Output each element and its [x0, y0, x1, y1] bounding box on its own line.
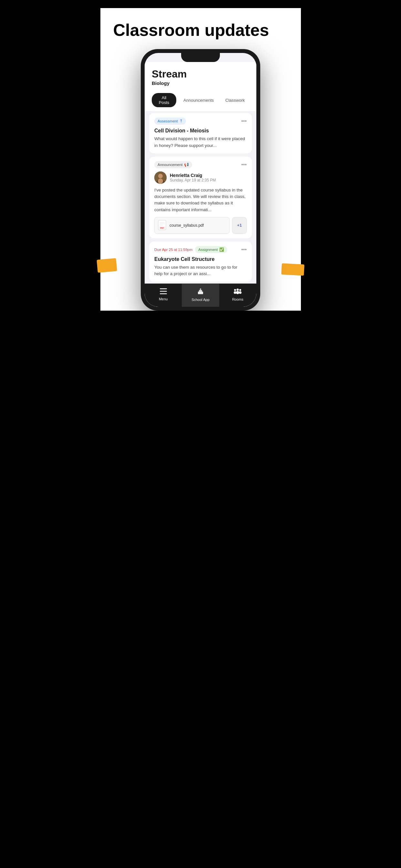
card-announcement[interactable]: Announcement 📢 •••: [149, 157, 252, 238]
card-assignment[interactable]: Due Apr 25 at 11:59pm Assignment ✅ ••• E…: [149, 242, 252, 282]
stream-subtitle: Biology: [152, 81, 249, 86]
badge-announcement: Announcement 📢: [154, 161, 192, 168]
svg-point-15: [234, 289, 236, 291]
page-title: Classroom updates: [113, 21, 288, 39]
announcement-icon: 📢: [184, 162, 189, 167]
badge-assignment: Assignment ✅: [195, 246, 227, 253]
stream-title: Stream: [152, 68, 249, 80]
nav-rooms-label: Rooms: [232, 298, 243, 301]
assessment-icon: ⤒: [180, 119, 183, 123]
nav-school-label: School App: [191, 298, 210, 302]
phone-container: Stream Biology All Posts Announcements C…: [100, 46, 301, 311]
svg-text:PDF: PDF: [160, 227, 164, 229]
attachment-name: course_syllabus.pdf: [169, 223, 204, 228]
assignment-title: Eukaryote Cell Structure: [154, 256, 247, 262]
avatar: [154, 172, 166, 184]
badge-assessment: Assessment ⤒: [154, 118, 186, 125]
svg-rect-11: [160, 293, 167, 294]
assignment-icon: ✅: [219, 247, 224, 252]
author-row: Henrietta Craig Sunday, Apr 19 at 2:35 P…: [154, 172, 247, 184]
rooms-icon-svg: [234, 288, 242, 294]
svg-point-1: [158, 174, 163, 178]
menu-icon: [160, 288, 167, 296]
screen-content: Stream Biology All Posts Announcements C…: [145, 62, 256, 307]
more-options-assignment[interactable]: •••: [241, 247, 247, 252]
nav-menu[interactable]: Menu: [145, 284, 182, 307]
svg-point-18: [236, 291, 239, 294]
svg-rect-9: [160, 288, 167, 289]
tab-all-posts[interactable]: All Posts: [152, 93, 176, 107]
attachment-plus[interactable]: +1: [232, 217, 247, 234]
attachment-row: PDF course_syllabus.pdf +1: [154, 217, 247, 234]
avatar-svg: [154, 172, 166, 184]
bottom-section: [100, 311, 301, 434]
assignment-body: You can use them as resources to go to f…: [154, 264, 247, 277]
more-options-assessment[interactable]: •••: [241, 118, 247, 124]
phone-screen: Stream Biology All Posts Announcements C…: [145, 53, 256, 307]
author-date: Sunday, Apr 19 at 2:35 PM: [170, 178, 216, 182]
card-assignment-top: Due Apr 25 at 11:59pm Assignment ✅ •••: [154, 246, 247, 253]
svg-point-16: [234, 291, 236, 294]
orange-decoration-left: [96, 258, 117, 273]
school-icon: [197, 288, 204, 297]
assessment-body: What would happen to this cell if it wer…: [154, 135, 247, 149]
tab-classwork[interactable]: Classwork: [221, 93, 249, 107]
svg-point-17: [237, 289, 239, 291]
rooms-icon: [234, 288, 242, 296]
phone-mockup: Stream Biology All Posts Announcements C…: [141, 49, 260, 311]
svg-rect-14: [200, 288, 201, 290]
nav-school-app[interactable]: School App: [182, 284, 219, 307]
pdf-icon-svg: PDF: [158, 220, 166, 230]
svg-point-20: [239, 291, 242, 294]
nav-rooms[interactable]: Rooms: [219, 284, 256, 307]
menu-icon-svg: [160, 288, 167, 294]
author-name: Henrietta Craig: [170, 173, 216, 178]
phone-notch: [181, 53, 220, 62]
nav-menu-label: Menu: [159, 297, 168, 301]
svg-point-19: [239, 289, 241, 291]
svg-rect-10: [160, 291, 167, 292]
attachment-file[interactable]: PDF course_syllabus.pdf: [154, 217, 229, 234]
stream-header: Stream Biology: [145, 62, 256, 89]
assessment-title: Cell Division - Meiosis: [154, 128, 247, 134]
more-options-announcement[interactable]: •••: [241, 162, 247, 167]
due-date-label: Due Apr 25 at 11:59pm: [154, 248, 192, 252]
top-bar: [100, 0, 301, 8]
header-section: Classroom updates: [100, 8, 301, 46]
card-assessment-top: Assessment ⤒ •••: [154, 118, 247, 125]
avatar-img: [154, 172, 166, 184]
orange-decoration-right: [281, 264, 305, 276]
tab-announcements[interactable]: Announcements: [179, 93, 218, 107]
author-info: Henrietta Craig Sunday, Apr 19 at 2:35 P…: [170, 173, 216, 182]
bottom-nav: Menu School App: [145, 283, 256, 307]
school-icon-svg: [197, 288, 204, 295]
announcement-body: I've posted the updated course syllabus …: [154, 187, 247, 213]
filter-tabs: All Posts Announcements Classwork: [145, 89, 256, 111]
cards-area: Assessment ⤒ ••• Cell Division - Meiosis…: [145, 111, 256, 283]
pdf-icon: PDF: [158, 220, 167, 231]
card-announcement-top: Announcement 📢 •••: [154, 161, 247, 168]
card-assessment[interactable]: Assessment ⤒ ••• Cell Division - Meiosis…: [149, 113, 252, 153]
